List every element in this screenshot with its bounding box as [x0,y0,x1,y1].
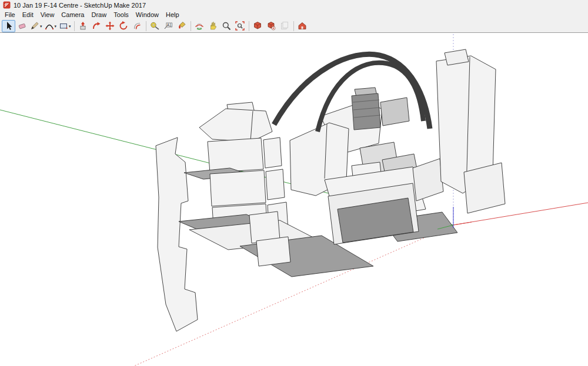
line-tool-button[interactable]: ▾ [29,20,44,32]
offset-tool-button[interactable] [131,20,144,32]
arc-icon [45,21,54,31]
arc-dropdown-caret-icon[interactable]: ▾ [55,24,57,28]
toolbar-separator [146,21,146,31]
sketchup-logo-icon [3,1,11,9]
mid-panel-face [266,169,285,200]
toolbar-separator [293,21,294,31]
move-arrows-icon [105,21,115,31]
offset-icon [132,21,142,31]
mid-shade-face [199,109,272,142]
window-title: 10 Jan 19 F-14 Centre - SketchUp Make 20… [14,2,146,9]
mid-panel-face [208,138,263,173]
shapes-tool-button[interactable]: ▾ [58,20,72,32]
model-geometry [156,49,505,331]
zoom-extents-icon [235,21,245,31]
magnifier-icon [222,21,231,31]
toolbar-separator [74,21,75,31]
warehouse-icon [298,21,307,31]
seatback-face [380,98,409,126]
title-bar: 10 Jan 19 F-14 Centre - SketchUp Make 20… [0,0,588,10]
menu-bar: File Edit View Camera Draw Tools Window … [0,10,588,19]
make-component-tool-button[interactable] [251,20,265,32]
rectangle-icon [59,21,68,31]
toolbar-separator [191,21,191,31]
get-models-tool-button[interactable] [296,20,309,32]
mid-panel-face [263,137,282,168]
eraser-icon [18,21,27,31]
headrest-face [352,93,380,130]
line-dropdown-caret-icon[interactable]: ▾ [40,24,42,28]
toolbar-separator [249,21,249,31]
zoom-extents-tool-button[interactable] [233,20,247,32]
tool-bar: ▾ ▾ ▾ [0,19,588,33]
orbit-icon [195,21,204,31]
viewport-canvas[interactable] [0,33,588,366]
arc-tool-button[interactable]: ▾ [44,20,58,32]
paint-bucket-tool-button[interactable] [175,20,189,32]
materials-tool-button[interactable] [265,20,278,32]
text-label-icon: A1 [163,21,173,31]
menu-camera[interactable]: Camera [58,11,88,19]
select-tool-button[interactable] [2,20,15,32]
menu-help[interactable]: Help [162,11,183,19]
pan-tool-button[interactable] [206,20,220,32]
tape-measure-icon [150,21,159,31]
left-bulkhead-face [156,137,198,331]
styles-pages-icon [280,21,289,31]
mid-panel-face [256,237,290,266]
text-tool-button[interactable]: A1 [162,20,175,32]
zoom-tool-button[interactable] [220,20,233,32]
menu-draw[interactable]: Draw [88,11,110,19]
model-viewport [0,33,588,366]
mid-panel-face [210,170,266,206]
text-tool-icon-label: A1 [167,23,172,27]
tub-connector-face [413,159,443,201]
menu-file[interactable]: File [1,11,19,19]
pan-hand-icon [208,21,218,31]
shapes-dropdown-caret-icon[interactable]: ▾ [69,24,71,28]
follow-me-tool-button[interactable] [90,20,103,32]
tape-measure-tool-button[interactable] [148,20,162,32]
orbit-tool-button[interactable] [193,20,206,32]
menu-view[interactable]: View [37,11,58,19]
menu-edit[interactable]: Edit [19,11,37,19]
rotate-tool-button[interactable] [117,20,131,32]
paint-bucket-icon [177,21,186,31]
rotate-icon [119,21,128,31]
follow-me-icon [92,21,101,31]
styles-tool-button[interactable] [278,20,292,32]
materials-cube-icon [266,21,276,31]
eraser-tool-button[interactable] [15,20,29,32]
cursor-arrow-icon [4,21,14,31]
menu-tools[interactable]: Tools [110,11,132,19]
push-pull-tool-button[interactable] [76,20,90,32]
pencil-icon [30,21,39,31]
move-tool-button[interactable] [103,20,117,32]
menu-window[interactable]: Window [132,11,162,19]
push-pull-icon [78,21,88,31]
component-cube-icon [253,21,262,31]
